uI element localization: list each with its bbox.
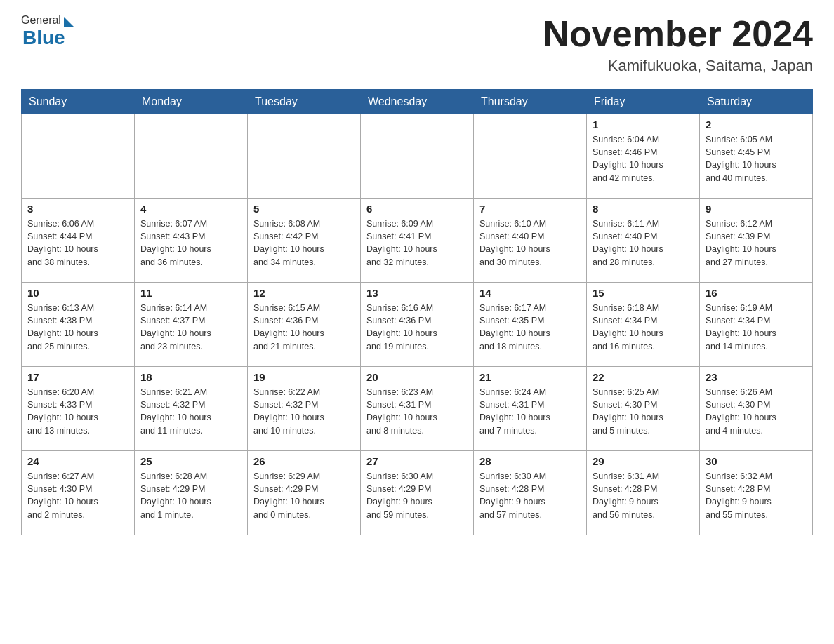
- calendar-cell: 13Sunrise: 6:16 AM Sunset: 4:36 PM Dayli…: [361, 283, 474, 367]
- day-number: 28: [479, 455, 581, 467]
- day-info: Sunrise: 6:11 AM Sunset: 4:40 PM Dayligh…: [593, 217, 694, 269]
- day-info: Sunrise: 6:30 AM Sunset: 4:29 PM Dayligh…: [366, 470, 468, 521]
- logo-arrow-icon: [64, 17, 74, 27]
- calendar-cell: [22, 114, 135, 199]
- day-info: Sunrise: 6:06 AM Sunset: 4:44 PM Dayligh…: [27, 217, 128, 269]
- day-number: 18: [140, 371, 241, 383]
- day-info: Sunrise: 6:15 AM Sunset: 4:36 PM Dayligh…: [253, 302, 355, 353]
- day-info: Sunrise: 6:19 AM Sunset: 4:34 PM Dayligh…: [706, 302, 807, 353]
- day-info: Sunrise: 6:14 AM Sunset: 4:37 PM Dayligh…: [140, 302, 241, 353]
- logo-blue-text: Blue: [22, 27, 65, 49]
- calendar-cell: [474, 114, 587, 199]
- calendar-cell: 9Sunrise: 6:12 AM Sunset: 4:39 PM Daylig…: [700, 199, 813, 283]
- week-row-2: 3Sunrise: 6:06 AM Sunset: 4:44 PM Daylig…: [22, 199, 813, 283]
- weekday-header-tuesday: Tuesday: [248, 90, 361, 114]
- calendar-cell: 27Sunrise: 6:30 AM Sunset: 4:29 PM Dayli…: [361, 451, 474, 535]
- day-number: 15: [593, 287, 694, 299]
- calendar-cell: 1Sunrise: 6:04 AM Sunset: 4:46 PM Daylig…: [587, 114, 700, 199]
- day-info: Sunrise: 6:17 AM Sunset: 4:35 PM Dayligh…: [479, 302, 581, 353]
- day-number: 24: [27, 455, 128, 467]
- calendar-cell: 25Sunrise: 6:28 AM Sunset: 4:29 PM Dayli…: [135, 451, 248, 535]
- day-info: Sunrise: 6:24 AM Sunset: 4:31 PM Dayligh…: [479, 386, 581, 437]
- day-number: 19: [253, 371, 355, 383]
- month-title: November 2024: [543, 14, 813, 54]
- day-info: Sunrise: 6:31 AM Sunset: 4:28 PM Dayligh…: [593, 470, 694, 521]
- calendar-cell: 12Sunrise: 6:15 AM Sunset: 4:36 PM Dayli…: [248, 283, 361, 367]
- day-number: 23: [706, 371, 807, 383]
- day-number: 6: [366, 203, 468, 215]
- day-number: 10: [27, 287, 128, 299]
- day-number: 1: [593, 119, 694, 130]
- day-number: 30: [706, 455, 807, 467]
- calendar-cell: 26Sunrise: 6:29 AM Sunset: 4:29 PM Dayli…: [248, 451, 361, 535]
- day-info: Sunrise: 6:26 AM Sunset: 4:30 PM Dayligh…: [706, 386, 807, 437]
- weekday-header-wednesday: Wednesday: [361, 90, 474, 114]
- calendar-cell: 14Sunrise: 6:17 AM Sunset: 4:35 PM Dayli…: [474, 283, 587, 367]
- day-number: 17: [27, 371, 128, 383]
- day-number: 12: [253, 287, 355, 299]
- day-info: Sunrise: 6:07 AM Sunset: 4:43 PM Dayligh…: [140, 217, 241, 269]
- calendar-cell: 21Sunrise: 6:24 AM Sunset: 4:31 PM Dayli…: [474, 367, 587, 451]
- calendar-table: SundayMondayTuesdayWednesdayThursdayFrid…: [21, 89, 813, 535]
- calendar-cell: 2Sunrise: 6:05 AM Sunset: 4:45 PM Daylig…: [700, 114, 813, 199]
- calendar-cell: 7Sunrise: 6:10 AM Sunset: 4:40 PM Daylig…: [474, 199, 587, 283]
- calendar-cell: [135, 114, 248, 199]
- week-row-5: 24Sunrise: 6:27 AM Sunset: 4:30 PM Dayli…: [22, 451, 813, 535]
- day-info: Sunrise: 6:04 AM Sunset: 4:46 PM Dayligh…: [593, 133, 694, 185]
- day-info: Sunrise: 6:30 AM Sunset: 4:28 PM Dayligh…: [479, 470, 581, 521]
- calendar-cell: 15Sunrise: 6:18 AM Sunset: 4:34 PM Dayli…: [587, 283, 700, 367]
- weekday-header-monday: Monday: [135, 90, 248, 114]
- day-number: 21: [479, 371, 581, 383]
- day-info: Sunrise: 6:18 AM Sunset: 4:34 PM Dayligh…: [593, 302, 694, 353]
- calendar-cell: 30Sunrise: 6:32 AM Sunset: 4:28 PM Dayli…: [700, 451, 813, 535]
- day-info: Sunrise: 6:23 AM Sunset: 4:31 PM Dayligh…: [366, 386, 468, 437]
- day-info: Sunrise: 6:08 AM Sunset: 4:42 PM Dayligh…: [253, 217, 355, 269]
- day-number: 22: [593, 371, 694, 383]
- logo-general-text: General: [21, 14, 61, 27]
- day-info: Sunrise: 6:12 AM Sunset: 4:39 PM Dayligh…: [706, 217, 807, 269]
- day-info: Sunrise: 6:29 AM Sunset: 4:29 PM Dayligh…: [253, 470, 355, 521]
- day-number: 27: [366, 455, 468, 467]
- week-row-1: 1Sunrise: 6:04 AM Sunset: 4:46 PM Daylig…: [22, 114, 813, 199]
- day-number: 4: [140, 203, 241, 215]
- calendar-cell: 23Sunrise: 6:26 AM Sunset: 4:30 PM Dayli…: [700, 367, 813, 451]
- calendar-cell: 5Sunrise: 6:08 AM Sunset: 4:42 PM Daylig…: [248, 199, 361, 283]
- day-number: 14: [479, 287, 581, 299]
- weekday-header-thursday: Thursday: [474, 90, 587, 114]
- calendar-cell: 11Sunrise: 6:14 AM Sunset: 4:37 PM Dayli…: [135, 283, 248, 367]
- day-number: 5: [253, 203, 355, 215]
- day-info: Sunrise: 6:13 AM Sunset: 4:38 PM Dayligh…: [27, 302, 128, 353]
- calendar-cell: 19Sunrise: 6:22 AM Sunset: 4:32 PM Dayli…: [248, 367, 361, 451]
- day-info: Sunrise: 6:20 AM Sunset: 4:33 PM Dayligh…: [27, 386, 128, 437]
- day-info: Sunrise: 6:25 AM Sunset: 4:30 PM Dayligh…: [593, 386, 694, 437]
- day-number: 26: [253, 455, 355, 467]
- day-number: 8: [593, 203, 694, 215]
- weekday-header-saturday: Saturday: [700, 90, 813, 114]
- day-number: 16: [706, 287, 807, 299]
- location-label: Kamifukuoka, Saitama, Japan: [543, 57, 813, 75]
- day-info: Sunrise: 6:16 AM Sunset: 4:36 PM Dayligh…: [366, 302, 468, 353]
- day-number: 20: [366, 371, 468, 383]
- day-number: 25: [140, 455, 241, 467]
- calendar-cell: [361, 114, 474, 199]
- day-number: 3: [27, 203, 128, 215]
- day-number: 2: [706, 119, 807, 130]
- calendar-cell: 3Sunrise: 6:06 AM Sunset: 4:44 PM Daylig…: [22, 199, 135, 283]
- weekday-header-sunday: Sunday: [22, 90, 135, 114]
- calendar-cell: 4Sunrise: 6:07 AM Sunset: 4:43 PM Daylig…: [135, 199, 248, 283]
- calendar-cell: 29Sunrise: 6:31 AM Sunset: 4:28 PM Dayli…: [587, 451, 700, 535]
- day-number: 13: [366, 287, 468, 299]
- calendar-cell: 10Sunrise: 6:13 AM Sunset: 4:38 PM Dayli…: [22, 283, 135, 367]
- calendar-cell: 20Sunrise: 6:23 AM Sunset: 4:31 PM Dayli…: [361, 367, 474, 451]
- page-header: General Blue November 2024 Kamifukuoka, …: [21, 14, 813, 75]
- day-info: Sunrise: 6:10 AM Sunset: 4:40 PM Dayligh…: [479, 217, 581, 269]
- logo: General Blue: [21, 14, 74, 49]
- day-info: Sunrise: 6:05 AM Sunset: 4:45 PM Dayligh…: [706, 133, 807, 185]
- calendar-header-row: SundayMondayTuesdayWednesdayThursdayFrid…: [22, 90, 813, 114]
- calendar-cell: 24Sunrise: 6:27 AM Sunset: 4:30 PM Dayli…: [22, 451, 135, 535]
- calendar-cell: 6Sunrise: 6:09 AM Sunset: 4:41 PM Daylig…: [361, 199, 474, 283]
- day-info: Sunrise: 6:22 AM Sunset: 4:32 PM Dayligh…: [253, 386, 355, 437]
- calendar-cell: 18Sunrise: 6:21 AM Sunset: 4:32 PM Dayli…: [135, 367, 248, 451]
- day-number: 29: [593, 455, 694, 467]
- week-row-3: 10Sunrise: 6:13 AM Sunset: 4:38 PM Dayli…: [22, 283, 813, 367]
